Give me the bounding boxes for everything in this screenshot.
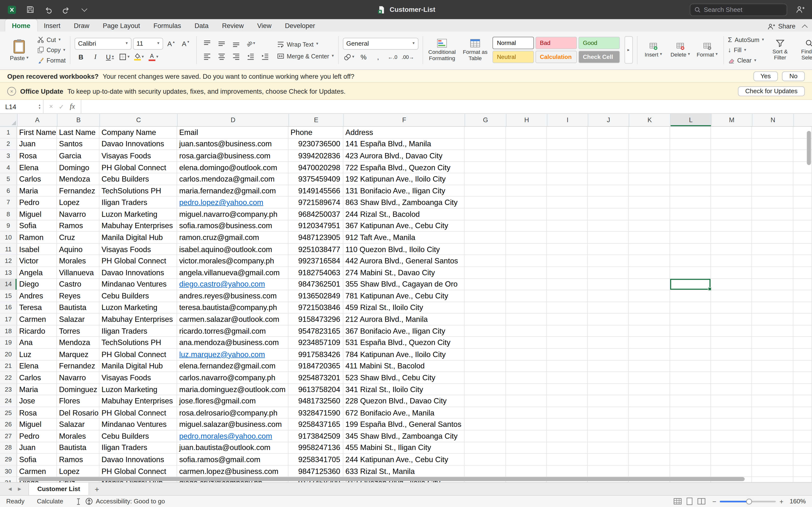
cell-F9[interactable]: 367 Katipunan Ave., Cebu City (343, 220, 464, 232)
yes-button[interactable]: Yes (753, 71, 778, 81)
fill-button[interactable]: ↓Fill▾ (728, 45, 764, 55)
cell-A9[interactable]: Sofia (17, 220, 57, 232)
cell-K24[interactable] (628, 395, 670, 407)
cell-C4[interactable]: PH Global Connect (99, 162, 177, 173)
cell-C19[interactable]: TechSolutions PH (99, 337, 177, 349)
cell-D28[interactable]: juan.bautista@outlook.com (177, 442, 289, 454)
cell-M3[interactable] (711, 150, 752, 162)
zoom-level[interactable]: 160% (790, 498, 806, 505)
cell-F15[interactable]: 781 Katipunan Ave., Cebu City (343, 290, 464, 302)
no-button[interactable]: No (782, 71, 805, 81)
column-header-G[interactable]: G (465, 114, 506, 126)
cell-N4[interactable] (752, 162, 793, 173)
cell-B3[interactable]: Garcia (57, 150, 100, 162)
style-bad[interactable]: Bad (535, 37, 576, 49)
cell-J20[interactable] (588, 349, 628, 360)
row-header-24[interactable]: 24 (0, 395, 17, 407)
cell-A6[interactable]: Maria (17, 185, 57, 197)
cell-M2[interactable] (711, 138, 752, 150)
cell-I19[interactable] (547, 337, 588, 349)
name-box[interactable]: L14 ▴▾ (0, 100, 44, 113)
cell-J18[interactable] (588, 325, 628, 337)
cell-B10[interactable]: Cruz (57, 232, 100, 243)
cell-B20[interactable]: Marquez (57, 349, 100, 360)
cell-K13[interactable] (628, 267, 670, 279)
cell-J15[interactable] (588, 290, 628, 302)
cell-M5[interactable] (711, 174, 752, 185)
cell-L27[interactable] (670, 431, 711, 442)
cell-I13[interactable] (547, 267, 588, 279)
cell-I15[interactable] (547, 290, 588, 302)
cell-I12[interactable] (547, 255, 588, 267)
cell-E21[interactable]: 9184720365 (289, 360, 343, 372)
currency-button[interactable]: ▾ (343, 51, 356, 62)
select-all-corner[interactable] (0, 114, 18, 126)
cell-J25[interactable] (588, 407, 628, 418)
cell-I2[interactable] (547, 138, 588, 150)
cell-F23[interactable]: 341 Rizal St., Iloilo City (343, 384, 464, 395)
cell-M4[interactable] (711, 162, 752, 173)
row-header-9[interactable]: 9 (0, 220, 17, 232)
cell-N3[interactable] (752, 150, 793, 162)
cell-G3[interactable] (464, 150, 506, 162)
cell-L11[interactable] (670, 243, 711, 255)
cell-F19[interactable]: 531 España Blvd., Quezon City (343, 337, 464, 349)
conditional-formatting-button[interactable]: Conditional Formatting (427, 39, 457, 61)
cell-M22[interactable] (711, 372, 752, 384)
cell-C18[interactable]: Iligan Traders (99, 325, 177, 337)
cell-A28[interactable]: Juan (17, 442, 57, 454)
row-header-23[interactable]: 23 (0, 384, 17, 395)
cell-M17[interactable] (711, 314, 752, 325)
cell-A27[interactable]: Pedro (17, 431, 57, 442)
cell-D3[interactable]: rosa.garcia@business.com (177, 150, 289, 162)
cell-F29[interactable]: 244 Katipunan Ave., Cebu City (343, 454, 464, 465)
cell-F17[interactable]: 212 Aurora Blvd., Manila (343, 314, 464, 325)
cell-J28[interactable] (588, 442, 628, 454)
cell-G26[interactable] (464, 419, 506, 431)
search-sheet-input[interactable]: Search Sheet (690, 3, 787, 16)
cell-A8[interactable]: Miguel (17, 209, 57, 220)
cell-D11[interactable]: isabel.aquino@outlook.com (177, 243, 289, 255)
cell-M10[interactable] (711, 232, 752, 243)
page-layout-view-button[interactable] (687, 498, 692, 505)
cell-A5[interactable]: Carlos (17, 174, 57, 185)
cell-B16[interactable]: Bautista (57, 302, 100, 314)
cell-N22[interactable] (752, 372, 793, 384)
cell-J19[interactable] (588, 337, 628, 349)
row-header-13[interactable]: 13 (0, 267, 17, 279)
cell-C22[interactable]: Visayas Foods (99, 372, 177, 384)
cell-D19[interactable]: ana.mendoza@business.com (177, 337, 289, 349)
cell-N20[interactable] (752, 349, 793, 360)
style-calculation[interactable]: Calculation (535, 51, 576, 63)
cell-H2[interactable] (506, 138, 547, 150)
cell-K23[interactable] (628, 384, 670, 395)
sheet-tab-customer-list[interactable]: Customer List (29, 483, 89, 495)
cell-J5[interactable] (588, 174, 628, 185)
cell-I21[interactable] (547, 360, 588, 372)
cell-H3[interactable] (506, 150, 547, 162)
cell-F1[interactable]: Address (343, 127, 464, 138)
row-header-4[interactable]: 4 (0, 162, 17, 173)
cell-G30[interactable] (464, 465, 506, 477)
cell-H19[interactable] (506, 337, 547, 349)
cell-H4[interactable] (506, 162, 547, 173)
paste-button[interactable]: Paste▾ (4, 39, 34, 61)
cell-J30[interactable] (588, 465, 628, 477)
cell-G7[interactable] (464, 197, 506, 208)
cell-F28[interactable]: 455 Mabini St., Iligan City (343, 442, 464, 454)
cell-A14[interactable]: Diego (17, 279, 57, 290)
insert-cells-button[interactable]: Insert▾ (642, 42, 665, 58)
cell-H17[interactable] (506, 314, 547, 325)
cell-K3[interactable] (628, 150, 670, 162)
cell-J17[interactable] (588, 314, 628, 325)
cell-L26[interactable] (670, 419, 711, 431)
cell-C24[interactable]: Mabuhay Enterprises (99, 395, 177, 407)
cell-L6[interactable] (670, 185, 711, 197)
cell-B7[interactable]: Lopez (57, 197, 100, 208)
cell-B15[interactable]: Reyes (57, 290, 100, 302)
row-header-22[interactable]: 22 (0, 372, 17, 384)
column-header-K[interactable]: K (629, 114, 671, 126)
cell-E8[interactable]: 9684250037 (289, 209, 343, 220)
cell-F26[interactable]: 199 España Blvd., General Santos (343, 419, 464, 431)
row-header-2[interactable]: 2 (0, 138, 17, 150)
